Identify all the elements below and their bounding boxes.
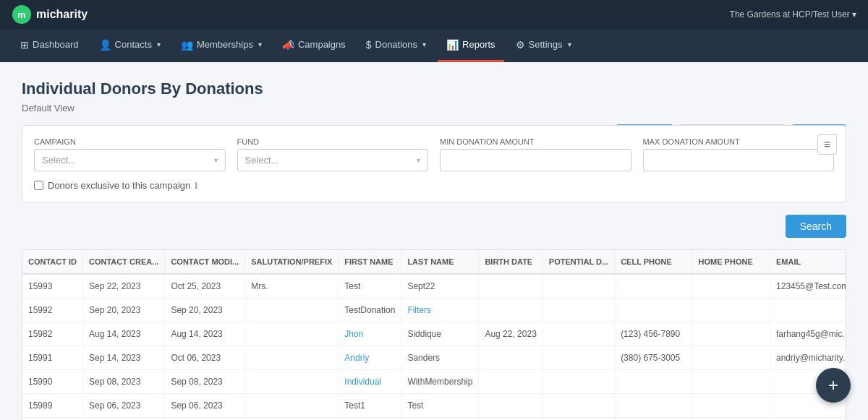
- table-cell[interactable]: Jhon: [339, 322, 401, 346]
- fab-button[interactable]: +: [816, 368, 851, 403]
- settings-icon: ⚙: [516, 39, 525, 51]
- table-cell: [479, 299, 542, 322]
- logo-icon: m: [12, 4, 32, 25]
- table-cell[interactable]: Filters: [401, 299, 479, 322]
- table-row: 15992Sep 20, 2023Sep 20, 2023TestDonatio…: [22, 299, 846, 322]
- campaign-placeholder: Select...: [42, 155, 76, 166]
- table-cell: WithMembership: [401, 370, 479, 394]
- table-cell: Oct 25, 2023: [165, 274, 245, 299]
- table-cell: Sep 06, 2023: [83, 394, 165, 418]
- nav-item-dashboard[interactable]: ⊞ Dashboard: [12, 29, 88, 62]
- nav-item-memberships[interactable]: 👥 Memberships ▾: [172, 29, 271, 62]
- table-cell: [542, 299, 614, 322]
- col-cell-phone: CELL PHONE: [615, 250, 692, 274]
- table-cell: Siddique: [401, 322, 479, 346]
- campaign-select[interactable]: Select... ▾: [34, 149, 226, 171]
- table-cell: andriy@micharity...: [770, 346, 846, 370]
- table-header: CONTACT ID CONTACT CREA... CONTACT MODI.…: [22, 250, 846, 274]
- table-cell: [542, 418, 614, 421]
- max-donation-input[interactable]: [643, 149, 835, 171]
- org-info[interactable]: The Gardens at HCP/Test User ▾: [730, 9, 856, 20]
- table-cell: (380) 675-3005: [615, 346, 692, 370]
- exclusive-checkbox-row: Donors exclusive to this campaign ℹ: [34, 180, 834, 191]
- min-donation-input[interactable]: [440, 149, 631, 171]
- fund-label: Fund: [237, 137, 429, 146]
- campaigns-icon: 📣: [282, 39, 294, 51]
- nav-item-reports[interactable]: 📊 Reports: [438, 29, 504, 62]
- fund-select[interactable]: Select... ▾: [237, 149, 429, 171]
- col-contact-modified: CONTACT MODI...: [165, 250, 245, 274]
- table-row: 15990Sep 08, 2023Sep 08, 2023IndividualW…: [22, 370, 846, 394]
- table-cell: Sep 22, 2023: [83, 274, 165, 299]
- table-cell: [692, 346, 770, 370]
- col-contact-id: CONTACT ID: [22, 250, 83, 274]
- table-cell: Sep 08, 2023: [165, 370, 245, 394]
- table-row: 15982Aug 14, 2023Aug 14, 2023JhonSiddiqu…: [22, 322, 846, 346]
- header-row: CONTACT ID CONTACT CREA... CONTACT MODI.…: [22, 250, 846, 274]
- table-cell: Aug 14, 2023: [165, 322, 245, 346]
- max-donation-label: Max Donation Amount: [643, 137, 835, 146]
- exclusive-checkbox[interactable]: [34, 181, 43, 190]
- table-cell: (123) 456-7890: [615, 322, 692, 346]
- chevron-down-icon: ▾: [417, 156, 420, 164]
- table-body: 15993Sep 22, 2023Oct 25, 2023Mrs.TestSep…: [22, 274, 846, 420]
- table-cell: Mrs.: [245, 274, 339, 299]
- table-cell: Mr.: [245, 418, 339, 421]
- logo-area: m micharity: [12, 4, 88, 25]
- table-cell: Sep 20, 2023: [83, 299, 165, 322]
- table-row: 15989Sep 06, 2023Sep 06, 2023Test1Test: [22, 394, 846, 418]
- nav-item-donations[interactable]: $ Donations ▾: [357, 29, 435, 62]
- table-cell: MIC-520: [401, 418, 479, 421]
- table-cell: 15987: [22, 418, 83, 421]
- table-cell: 15993: [22, 274, 83, 299]
- table-cell[interactable]: Individual: [339, 370, 401, 394]
- table-cell: [245, 370, 339, 394]
- search-button[interactable]: Search: [786, 215, 846, 238]
- col-email: EMAIL: [770, 250, 846, 274]
- nav-label-reports: Reports: [462, 39, 495, 50]
- exclusive-label: Donors exclusive to this campaign: [48, 180, 190, 191]
- table-cell: [692, 394, 770, 418]
- logo-text: micharity: [36, 8, 88, 21]
- table-cell: [770, 299, 846, 322]
- view-label: Default View: [22, 103, 846, 113]
- nav-label-donations: Donations: [375, 39, 418, 50]
- reports-icon: 📊: [446, 39, 459, 51]
- table-cell: 15989: [22, 394, 83, 418]
- main-content: ▦ Views ⊞ Manage Columns Export ▾ Indivi…: [0, 62, 868, 420]
- table-cell[interactable]: Andriy: [339, 346, 401, 370]
- table-row: 15991Sep 14, 2023Oct 06, 2023AndriySande…: [22, 346, 846, 370]
- table-cell: [479, 370, 542, 394]
- table-cell: [615, 394, 692, 418]
- max-donation-group: Max Donation Amount: [643, 137, 835, 171]
- table-cell: [542, 346, 614, 370]
- chevron-down-icon: ▾: [258, 40, 262, 48]
- campaign-label: Campaign: [34, 137, 226, 146]
- table-cell: Test: [339, 418, 401, 421]
- nav-item-campaigns[interactable]: 📣 Campaigns: [273, 29, 354, 62]
- nav-item-settings[interactable]: ⚙ Settings ▾: [507, 29, 580, 62]
- table-cell: Test: [339, 274, 401, 299]
- col-salutation: SALUTATION/PREFIX: [245, 250, 339, 274]
- table-cell: [245, 394, 339, 418]
- table-cell: Sep 06, 2023: [165, 394, 245, 418]
- nav-label-dashboard: Dashboard: [33, 39, 79, 50]
- filter-toggle-button[interactable]: ≡: [817, 134, 837, 155]
- table-cell: Sep 06, 2023: [165, 418, 245, 421]
- min-donation-group: Min Donation Amount: [440, 137, 631, 171]
- table-cell: Sep 08, 2023: [83, 370, 165, 394]
- table-cell: TestDonation: [339, 299, 401, 322]
- table-cell: +1 476 587 6969: [615, 418, 692, 421]
- table-cell: Oct 06, 2023: [165, 346, 245, 370]
- filter-box: ≡ Campaign Select... ▾ Fund Select... ▾ …: [22, 125, 846, 203]
- contacts-icon: 👤: [99, 39, 111, 51]
- fund-filter-group: Fund Select... ▾: [237, 137, 429, 171]
- table-cell: [479, 418, 542, 421]
- table-row: 15987Sep 05, 2023Sep 06, 2023Mr.TestMIC-…: [22, 418, 846, 421]
- table-cell: [692, 299, 770, 322]
- col-contact-created: CONTACT CREA...: [83, 250, 165, 274]
- table-cell: 123455@Test.com: [770, 274, 846, 299]
- table-cell: farhang45g@mic...: [770, 322, 846, 346]
- nav-item-contacts[interactable]: 👤 Contacts ▾: [90, 29, 169, 62]
- table-cell: [692, 274, 770, 299]
